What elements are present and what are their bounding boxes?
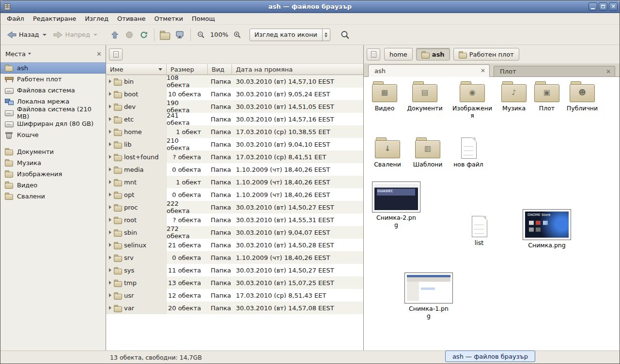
expander-icon[interactable] (109, 130, 111, 134)
sidebar-place-item[interactable]: Файлова система (210 MB) (0, 107, 106, 118)
back-button[interactable]: Назад (3, 29, 50, 41)
expander-icon[interactable] (109, 155, 111, 159)
expander-icon[interactable] (109, 306, 111, 310)
sidebar-bookmark-item[interactable]: Изображения (0, 168, 106, 180)
expander-icon[interactable] (109, 243, 111, 247)
file-row[interactable]: lib 210 обекта Папка 30.03.2010 (вт) 9,0… (106, 138, 363, 151)
column-header-size[interactable]: Размер (167, 63, 208, 75)
file-row[interactable]: var 20 обекта Папка 30.03.2010 (вт) 14,5… (106, 302, 363, 314)
file-row[interactable]: media 0 обекта Папка 1.10.2009 (чт) 18,4… (106, 163, 363, 176)
file-icon-item[interactable]: GNOME Store Снимка.png (522, 209, 572, 249)
titlebar[interactable]: ash — файлов браузър (0, 0, 620, 13)
file-icon-item[interactable]: Изображения (452, 81, 493, 119)
menu-item[interactable]: Файл (2, 13, 29, 24)
column-header-date[interactable]: Дата на промяна (232, 63, 363, 75)
file-icon-label: нов файл (453, 161, 483, 168)
close-button[interactable] (609, 2, 618, 11)
sidebar-close-button[interactable] (96, 50, 102, 58)
sidebar-bookmark-item[interactable]: Документи (0, 146, 106, 157)
expander-icon[interactable] (109, 293, 111, 297)
menu-item[interactable]: Изглед (80, 13, 113, 24)
file-row[interactable]: etc 241 обекта Папка 30.03.2010 (вт) 14,… (106, 113, 363, 125)
file-icon-item[interactable]: Видео (364, 81, 405, 112)
tab-close-icon[interactable] (606, 69, 611, 75)
file-icon-item[interactable]: нов файл (448, 137, 489, 168)
expander-icon[interactable] (109, 167, 111, 171)
menu-item[interactable]: Редактиране (29, 13, 80, 24)
file-row[interactable]: sys 11 обекта Папка 30.03.2010 (вт) 14,5… (106, 264, 363, 276)
view-mode-stepper[interactable] (322, 29, 330, 41)
column-header-type[interactable]: Вид (208, 63, 232, 75)
menu-item[interactable]: Отметки (150, 13, 187, 24)
file-icon-item[interactable]: Публични (562, 81, 603, 112)
expander-icon[interactable] (109, 79, 111, 83)
tab[interactable]: Плот (494, 66, 615, 76)
zoom-in-button[interactable] (230, 29, 245, 41)
maximize-button[interactable] (599, 2, 607, 11)
view-mode-select[interactable]: Изглед като икони (249, 29, 330, 41)
sidebar-bookmark-item[interactable]: Свалени (0, 191, 106, 202)
up-button[interactable] (108, 29, 122, 41)
file-row[interactable]: home 1 обект Папка 17.03.2010 (ср) 10,38… (106, 125, 363, 138)
expander-icon[interactable] (109, 92, 111, 96)
file-date: 30.03.2010 (вт) 14,57,10 EEST (232, 75, 363, 88)
file-icon-item[interactable]: GUADEC Снимка-2.png (371, 182, 421, 228)
expander-icon[interactable] (109, 218, 111, 222)
expander-icon[interactable] (109, 205, 111, 209)
menu-item[interactable]: Отиване (113, 13, 150, 24)
expander-icon[interactable] (109, 142, 111, 146)
file-row[interactable]: usr 12 обекта Папка 17.03.2010 (ср) 8,51… (106, 289, 363, 302)
sidebar-place-item[interactable]: Кошче (0, 129, 106, 140)
file-icon-item[interactable]: Плот (527, 81, 567, 112)
tab[interactable]: ash (368, 64, 490, 77)
tab-close-icon[interactable] (480, 68, 485, 74)
expander-icon[interactable] (109, 105, 111, 108)
expander-icon[interactable] (109, 268, 111, 272)
sidebar-bookmark-item[interactable]: Видео (0, 180, 106, 191)
sidebar-title[interactable]: Места (5, 50, 26, 58)
menu-item[interactable]: Помощ (187, 13, 219, 24)
file-row[interactable]: sbin 272 обекта Папка 30.03.2010 (вт) 9,… (106, 226, 363, 239)
sidebar-combo-chevron-icon[interactable] (28, 53, 31, 55)
file-row[interactable]: opt 0 обекта Папка 1.10.2009 (чт) 18,40,… (106, 188, 363, 201)
breadcrumb-button[interactable]: ash (416, 48, 450, 61)
sidebar-place-item[interactable]: ash (0, 62, 106, 74)
taskbar-window-button[interactable]: ash — файлов браузър (445, 350, 535, 362)
minimize-button[interactable] (589, 2, 597, 11)
sidebar-place-item[interactable]: Файлова система (0, 85, 106, 96)
expander-icon[interactable] (109, 256, 111, 259)
file-row[interactable]: mnt 1 обект Папка 1.10.2009 (чт) 18,40,2… (106, 176, 363, 188)
home-button[interactable] (157, 29, 172, 40)
location-toggle-button[interactable] (109, 48, 123, 61)
computer-button[interactable] (172, 29, 187, 41)
expander-icon[interactable] (109, 180, 111, 184)
file-row[interactable]: boot 10 обекта Папка 30.03.2010 (вт) 9,0… (106, 88, 363, 100)
file-icon-item[interactable]: list (459, 215, 499, 246)
sidebar-place-item[interactable]: Шифриран дял (80 GB) (0, 118, 106, 129)
file-icon-item[interactable]: Снимка-1.png (403, 273, 454, 319)
sidebar-bookmark-item[interactable]: Музика (0, 157, 106, 168)
file-icon-item[interactable]: Документи (404, 81, 445, 112)
breadcrumb-button[interactable]: Работен плот (453, 48, 519, 61)
file-row[interactable]: bin 108 обекта Папка 30.03.2010 (вт) 14,… (106, 75, 363, 88)
file-row[interactable]: lost+found ? обекта Папка 17.03.2010 (ср… (106, 151, 363, 163)
expander-icon[interactable] (109, 193, 111, 197)
breadcrumb-button[interactable]: home (384, 48, 413, 61)
file-row[interactable]: root ? обекта Папка 30.03.2010 (вт) 14,5… (106, 213, 363, 226)
file-row[interactable]: srv 0 обекта Папка 1.10.2009 (чт) 18,40,… (106, 251, 363, 264)
file-icon-item[interactable]: Свалени (367, 137, 408, 168)
reload-button[interactable] (137, 29, 151, 41)
file-row[interactable]: tmp 13 обекта Папка 30.03.2010 (вт) 15,0… (106, 276, 363, 289)
expander-icon[interactable] (109, 230, 111, 234)
expander-icon[interactable] (109, 281, 111, 285)
file-row[interactable]: selinux 21 обекта Папка 30.03.2010 (вт) … (106, 239, 363, 251)
file-row[interactable]: dev 190 обекта Папка 30.03.2010 (вт) 14,… (106, 100, 363, 113)
sidebar-place-item[interactable]: Работен плот (0, 74, 106, 85)
location-toggle-button[interactable] (367, 48, 380, 61)
expander-icon[interactable] (109, 117, 111, 121)
column-header-name[interactable]: Име (106, 63, 167, 75)
file-icon-item[interactable]: Шаблони (407, 137, 448, 168)
search-button[interactable] (337, 28, 353, 42)
file-row[interactable]: proc 222 обекта Папка 30.03.2010 (вт) 14… (106, 201, 363, 213)
zoom-out-button[interactable] (194, 29, 208, 41)
